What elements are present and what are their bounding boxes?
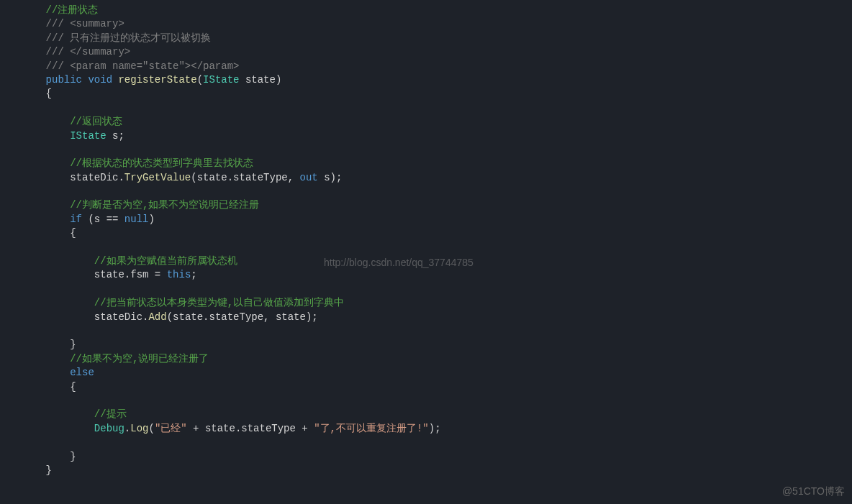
line-content: /// 只有注册过的状态才可以被切换: [14, 32, 852, 45]
code-line[interactable]: //把当前状态以本身类型为键,以自己做值添加到字典中: [0, 296, 852, 310]
watermark: http://blog.csdn.net/qq_37744785: [324, 257, 473, 268]
code-line[interactable]: state.fsm = this;: [0, 268, 852, 282]
code-line[interactable]: /// </summary>: [0, 45, 852, 59]
line-content: }: [14, 338, 852, 352]
token-punctuation: , state);: [263, 311, 318, 323]
token-punctuation: state): [240, 74, 282, 86]
code-line[interactable]: if (s == null): [0, 213, 852, 226]
line-gutter: [0, 296, 14, 310]
token-type: IState: [203, 74, 239, 86]
code-line[interactable]: /// 只有注册过的状态才可以被切换: [0, 32, 852, 45]
token-punctuation: {: [46, 88, 52, 99]
line-gutter: [0, 4, 14, 17]
line-gutter: [0, 352, 14, 366]
line-gutter: [0, 129, 14, 143]
code-line[interactable]: /// <param name="state"></param>: [0, 60, 852, 73]
line-content: /// </summary>: [14, 45, 852, 59]
token-punctuation: (: [148, 423, 154, 434]
code-line[interactable]: /// <summary>: [0, 17, 852, 31]
token-punctuation: {: [70, 381, 76, 393]
token-keyword: else: [70, 367, 94, 378]
token-identifier: stateType: [233, 172, 288, 183]
token-keyword: public: [46, 74, 82, 86]
code-line[interactable]: //注册状态: [0, 4, 852, 17]
code-line[interactable]: [0, 185, 852, 198]
token-comment: //注册状态: [46, 4, 99, 16]
code-line[interactable]: //提示: [0, 408, 852, 421]
token-punctuation: s);: [318, 172, 343, 183]
code-line[interactable]: [0, 324, 852, 338]
code-line[interactable]: //返回状态: [0, 115, 852, 129]
line-gutter: [0, 73, 14, 87]
line-gutter: [0, 171, 14, 185]
line-content: stateDic.TryGetValue(state.stateType, ou…: [14, 171, 852, 185]
code-line[interactable]: {: [0, 87, 852, 101]
code-line[interactable]: IState s;: [0, 129, 852, 143]
code-line[interactable]: stateDic.TryGetValue(state.stateType, ou…: [0, 171, 852, 185]
code-line[interactable]: [0, 394, 852, 408]
code-line[interactable]: [0, 283, 852, 296]
code-line[interactable]: [0, 101, 852, 115]
line-gutter: [0, 380, 14, 394]
token-punctuation: =: [148, 269, 166, 280]
code-line[interactable]: }: [0, 338, 852, 352]
code-line[interactable]: {: [0, 226, 852, 240]
token-method: Log: [130, 423, 148, 434]
token-comment: //把当前状态以本身类型为键,以自己做值添加到字典中: [94, 297, 344, 308]
token-identifier: stateType: [241, 423, 296, 434]
code-line[interactable]: //根据状态的状态类型到字典里去找状态: [0, 157, 852, 170]
line-gutter: [0, 338, 14, 352]
line-gutter: [0, 32, 14, 45]
code-line[interactable]: }: [0, 450, 852, 464]
line-content: [14, 185, 852, 198]
code-line[interactable]: //如果不为空,说明已经注册了: [0, 352, 852, 366]
line-content: [14, 436, 852, 449]
code-line[interactable]: Debug.Log("已经" + state.stateType + "了,不可…: [0, 422, 852, 436]
token-method: Add: [148, 311, 166, 323]
line-content: //提示: [14, 408, 852, 421]
token-punctuation: (state.: [167, 311, 209, 323]
token-punctuation: (s ==: [82, 214, 124, 225]
token-keyword: out: [300, 172, 318, 183]
token-type: IState: [70, 130, 106, 142]
line-content: }: [14, 450, 852, 464]
line-gutter: [0, 324, 14, 338]
token-xml-doc: /// </summary>: [46, 46, 131, 58]
token-comment: //提示: [94, 408, 127, 420]
token-keyword: this: [167, 269, 191, 280]
line-gutter: [0, 17, 14, 31]
code-line[interactable]: {: [0, 380, 852, 394]
line-content: //把当前状态以本身类型为键,以自己做值添加到字典中: [14, 296, 852, 310]
token-punctuation: {: [70, 227, 76, 239]
line-gutter: [0, 268, 14, 282]
line-gutter: [0, 101, 14, 115]
token-punctuation: (state.: [191, 172, 233, 183]
token-string: "已经": [155, 423, 187, 434]
line-gutter: [0, 87, 14, 101]
code-line[interactable]: else: [0, 366, 852, 380]
code-line[interactable]: public void registerState(IState state): [0, 73, 852, 87]
token-comment: //根据状态的状态类型到字典里去找状态: [70, 157, 253, 169]
token-keyword: null: [124, 214, 149, 225]
line-gutter: [0, 450, 14, 464]
token-xml-doc: /// 只有注册过的状态才可以被切换: [46, 32, 212, 44]
token-type: Debug: [94, 423, 124, 434]
code-line[interactable]: [0, 436, 852, 449]
line-content: {: [14, 226, 852, 240]
code-line[interactable]: [0, 143, 852, 157]
code-line[interactable]: [0, 241, 852, 255]
line-content: //返回状态: [14, 115, 852, 129]
line-content: //如果不为空,说明已经注册了: [14, 352, 852, 366]
token-comment: //返回状态: [70, 116, 122, 127]
code-line[interactable]: //判断是否为空,如果不为空说明已经注册: [0, 198, 852, 212]
token-keyword: if: [70, 214, 82, 225]
token-punctuation: ;: [191, 269, 196, 280]
code-editor[interactable]: //注册状态 /// <summary> /// 只有注册过的状态才可以被切换 …: [0, 0, 852, 504]
token-method: registerState: [118, 74, 196, 86]
line-content: [14, 241, 852, 255]
token-punctuation: }: [70, 451, 76, 462]
code-line[interactable]: stateDic.Add(state.stateType, state);: [0, 311, 852, 324]
code-line[interactable]: }: [0, 464, 852, 477]
token-punctuation: .: [124, 423, 130, 434]
line-content: /// <summary>: [14, 17, 852, 31]
